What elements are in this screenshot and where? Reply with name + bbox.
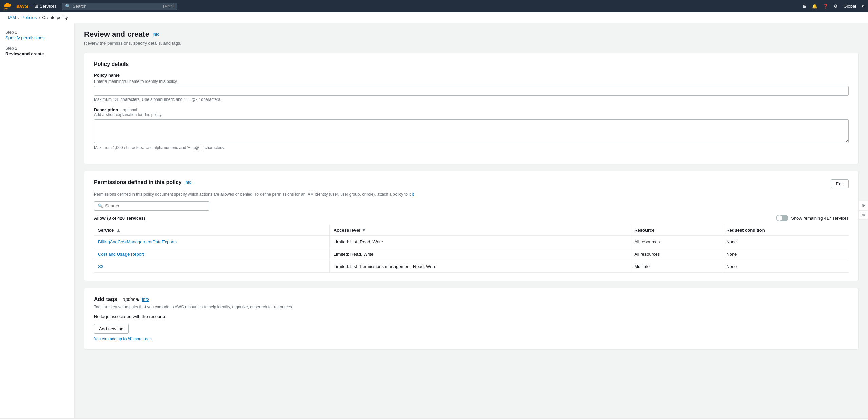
col-access-level[interactable]: Access level ▾: [329, 225, 630, 236]
page-title-row: Review and create Info: [84, 30, 859, 39]
permissions-title-group: Permissions defined in this policy Info: [94, 179, 191, 187]
tags-limit: You can add up to 50 more tags.: [94, 336, 849, 341]
step-1-item: Step 1 Specify permissions: [5, 30, 69, 40]
top-navigation: aws aws ⊞ Services 🔍 [Alt+S] 🖥 🔔 ❓ ⚙ Glo…: [0, 0, 868, 12]
services-button[interactable]: ⊞ Services: [34, 3, 57, 9]
policy-details-title: Policy details: [94, 61, 849, 67]
permissions-search-input[interactable]: [105, 203, 206, 208]
table-row: Cost and Usage Report Limited: Read, Wri…: [94, 248, 849, 260]
tags-title-text: Add tags: [94, 296, 117, 302]
permissions-table: Service ▲ Access level ▾ Resource Reques…: [94, 225, 849, 273]
monitor-icon[interactable]: 🖥: [802, 4, 807, 9]
right-icons: ⊕ ⊕: [859, 201, 868, 220]
tags-subtitle: Tags are key-value pairs that you can ad…: [94, 305, 849, 309]
permissions-search-wrapper[interactable]: 🔍: [94, 201, 209, 211]
bell-icon[interactable]: 🔔: [812, 4, 817, 9]
cell-service: Cost and Usage Report: [94, 248, 329, 260]
cell-request-condition: None: [722, 260, 849, 273]
col-resource: Resource: [630, 225, 722, 236]
svg-text:aws: aws: [4, 7, 8, 10]
search-input[interactable]: [73, 4, 160, 9]
allow-count: Allow (3 of 420 services): [94, 216, 145, 221]
permissions-card: Permissions defined in this policy Info …: [84, 171, 859, 281]
tags-card: Add tags – optional Info Tags are key-va…: [84, 288, 859, 350]
policy-name-label: Policy name: [94, 73, 849, 78]
col-service[interactable]: Service ▲: [94, 225, 329, 236]
cell-request-condition: None: [722, 248, 849, 260]
cell-service: S3: [94, 260, 329, 273]
footer-bar: Cancel Previous Create policy: [0, 418, 868, 420]
help-icon[interactable]: ❓: [823, 4, 828, 9]
search-bar[interactable]: 🔍 [Alt+S]: [62, 3, 177, 10]
tags-title-row: Add tags – optional Info: [94, 296, 849, 303]
col-request-condition: Request condition: [722, 225, 849, 236]
breadcrumb-sep-2: ›: [39, 15, 40, 20]
service-sort-icon: ▲: [116, 227, 121, 233]
table-row: S3 Limited: List, Permissions management…: [94, 260, 849, 273]
aws-text: aws: [16, 3, 29, 10]
breadcrumb-current: Create policy: [42, 15, 68, 20]
page-title: Review and create: [84, 30, 149, 39]
step-2-item: Step 2 Review and create: [5, 46, 69, 56]
breadcrumb-policies[interactable]: Policies: [21, 15, 37, 20]
tags-info-link[interactable]: Info: [142, 297, 149, 302]
toggle-row: Show remaining 417 services: [776, 215, 849, 221]
access-filter-icon: ▾: [363, 227, 365, 233]
cell-resource: All resources: [630, 248, 722, 260]
policy-name-group: Policy name Enter a meaningful name to i…: [94, 73, 849, 102]
permissions-header: Permissions defined in this policy Info …: [94, 179, 849, 188]
edit-button[interactable]: Edit: [831, 179, 849, 188]
add-tag-button[interactable]: Add new tag: [94, 324, 129, 334]
right-icon-1[interactable]: ⊕: [859, 201, 868, 210]
description-group: Description – optional Add a short expla…: [94, 107, 849, 150]
service-link[interactable]: S3: [98, 264, 103, 269]
permissions-search-icon: 🔍: [98, 203, 103, 208]
step-2-name: Review and create: [5, 51, 69, 56]
cell-resource: Multiple: [630, 260, 722, 273]
nav-icons: 🖥 🔔 ❓ ⚙ Global ▾: [802, 4, 864, 9]
allow-header: Allow (3 of 420 services) Show remaining…: [94, 215, 849, 221]
services-label: Services: [40, 4, 57, 9]
gear-icon[interactable]: ⚙: [834, 4, 838, 9]
step-2-label: Step 2: [5, 46, 69, 51]
breadcrumb: IAM › Policies › Create policy: [0, 12, 868, 23]
breadcrumb-sep-1: ›: [18, 15, 19, 20]
description-textarea[interactable]: [94, 119, 849, 143]
step-1-label: Step 1: [5, 30, 69, 35]
cell-access-level: Limited: List, Read, Write: [329, 236, 630, 248]
show-remaining-toggle[interactable]: [776, 215, 788, 221]
breadcrumb-iam[interactable]: IAM: [8, 15, 16, 20]
policy-name-hint: Enter a meaningful name to identify this…: [94, 79, 849, 84]
search-shortcut: [Alt+S]: [163, 4, 174, 8]
service-link[interactable]: Cost and Usage Report: [98, 252, 144, 257]
permissions-title: Permissions defined in this policy: [94, 179, 182, 185]
step-1-name[interactable]: Specify permissions: [5, 35, 69, 40]
policy-name-input[interactable]: SpendEffix-create-bucket-and-export-poli…: [94, 86, 849, 96]
right-icon-2[interactable]: ⊕: [859, 210, 868, 220]
content-area: Review and create Info Review the permis…: [75, 23, 868, 418]
permissions-subtitle: Permissions defined in this policy docum…: [94, 191, 849, 197]
search-row: 🔍: [94, 201, 849, 211]
description-hint: Add a short explanation for this policy.: [94, 112, 849, 117]
policy-details-card: Policy details Policy name Enter a meani…: [84, 53, 859, 164]
sidebar: Step 1 Specify permissions Step 2 Review…: [0, 23, 75, 418]
description-label: Description – optional: [94, 107, 137, 112]
permissions-it-link[interactable]: it: [412, 192, 414, 197]
no-tags-label: No tags associated with the resource.: [94, 314, 849, 319]
aws-logo: aws aws: [4, 3, 29, 10]
grid-icon: ⊞: [34, 3, 38, 9]
cell-service: BillingAndCostManagementDataExports: [94, 236, 329, 248]
page-info-link[interactable]: Info: [153, 32, 159, 37]
cell-access-level: Limited: Read, Write: [329, 248, 630, 260]
cell-resource: All resources: [630, 236, 722, 248]
region-label[interactable]: Global: [843, 4, 856, 9]
service-link[interactable]: BillingAndCostManagementDataExports: [98, 239, 177, 244]
permissions-info-link[interactable]: Info: [185, 180, 191, 185]
cell-access-level: Limited: List, Permissions management, R…: [329, 260, 630, 273]
region-chevron: ▾: [862, 4, 864, 9]
show-remaining-label: Show remaining 417 services: [791, 216, 849, 221]
description-char-limit: Maximum 1,000 characters. Use alphanumer…: [94, 145, 849, 150]
policy-name-char-limit: Maximum 128 characters. Use alphanumeric…: [94, 97, 849, 102]
page-subtitle: Review the permissions, specify details,…: [84, 41, 859, 46]
search-icon: 🔍: [65, 4, 71, 9]
